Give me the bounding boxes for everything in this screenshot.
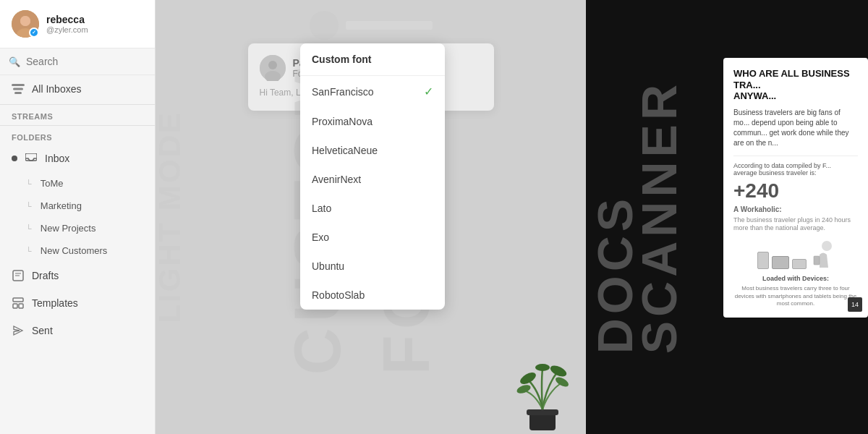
sub-arrow-icon4: └ [26, 247, 32, 255]
svg-rect-11 [19, 304, 23, 308]
profile-area[interactable]: rebecca @zyler.com [0, 0, 155, 48]
nav-inbox[interactable]: Inbox [0, 145, 155, 172]
article-title: WHO ARE ALL BUSINESS TRA...ANYWA... [733, 68, 858, 102]
search-icon: 🔍 [9, 56, 20, 67]
folders-section-label: FOLDERS [0, 127, 155, 145]
font-item-sanfrancisco[interactable]: SanFrancisco ✓ [300, 76, 445, 107]
right-panel: DOCS SCANNER WHO ARE ALL BUSINESS TRA...… [586, 0, 868, 434]
docs-scanner-labels: DOCS SCANNER [593, 0, 681, 434]
streams-section-label: STREAMS [0, 106, 155, 124]
drafts-icon [12, 269, 25, 282]
sub-item-tome[interactable]: └ ToMe [0, 172, 155, 195]
page-number: 14 [848, 297, 862, 312]
font-item-exo[interactable]: Exo [300, 223, 445, 252]
font-name-an: AvenirNext [312, 174, 361, 185]
svg-point-13 [268, 61, 277, 69]
inbox-icon [25, 152, 38, 165]
font-name-rs: RobotoSlab [312, 289, 365, 301]
templates-label: Templates [32, 297, 78, 309]
all-inboxes-label: All Inboxes [32, 83, 81, 95]
inbox-label: Inbox [45, 153, 69, 164]
stat-source: According to data compiled by F...averag… [733, 162, 858, 176]
sent-label: Sent [32, 325, 53, 336]
loaded-title: Loaded with Devices: [733, 275, 858, 282]
nav-sent[interactable]: Sent [0, 317, 155, 344]
devices-visual [733, 240, 858, 269]
loaded-desc: Most business travelers carry three to f… [733, 285, 858, 307]
svg-rect-4 [12, 84, 25, 86]
svg-point-18 [549, 363, 569, 378]
sub-tome-label: ToMe [41, 178, 64, 189]
stat-label: A Workaholic: [733, 205, 858, 213]
font-dropdown: Custom font SanFrancisco ✓ ProximaNova H… [300, 43, 445, 310]
drafts-label: Drafts [32, 270, 59, 281]
email-avatar [260, 55, 286, 81]
nav-all-inboxes[interactable]: All Inboxes [0, 75, 155, 103]
light-mode-text: LIGHT MODE [156, 111, 187, 323]
main-content: LIGHT MODE Paula M Font change [156, 0, 586, 434]
sub-new-projects-label: New Projects [41, 223, 96, 234]
svg-point-3 [20, 16, 30, 26]
font-name-ubuntu: Ubuntu [312, 260, 344, 272]
nav-templates[interactable]: Templates [0, 289, 155, 317]
svg-rect-5 [13, 88, 23, 90]
font-item-ubuntu[interactable]: Ubuntu [300, 252, 445, 281]
templates-icon [12, 297, 25, 310]
svg-rect-7 [25, 153, 37, 161]
svg-point-17 [519, 370, 538, 386]
search-input[interactable] [26, 56, 146, 67]
sub-item-marketing[interactable]: └ Marketing [0, 195, 155, 217]
svg-point-22 [822, 241, 832, 251]
svg-rect-23 [814, 256, 820, 265]
font-item-proximanova[interactable]: ProximaNova [300, 107, 445, 136]
avatar [12, 10, 39, 38]
nav-drafts[interactable]: Drafts [0, 262, 155, 289]
stat-desc: The business traveler plugs in 240 hours… [733, 216, 858, 233]
svg-rect-6 [14, 92, 22, 94]
font-item-lato[interactable]: Lato [300, 194, 445, 223]
article-body: Business travelers are big fans of mo...… [733, 108, 858, 148]
article-card: WHO ARE ALL BUSINESS TRA...ANYWA... Busi… [723, 58, 868, 318]
font-item-helveticaneue[interactable]: HelveticaNeue [300, 136, 445, 165]
svg-rect-10 [13, 304, 17, 308]
svg-point-21 [535, 364, 550, 371]
font-item-robotoslab[interactable]: RobotoSlab [300, 281, 445, 310]
font-item-avenirnext[interactable]: AvenirNext [300, 165, 445, 194]
font-name-hn: HelveticaNeue [312, 145, 378, 156]
svg-rect-9 [13, 298, 23, 302]
dropdown-header: Custom font [300, 43, 445, 76]
profile-info: rebecca @zyler.com [46, 14, 88, 34]
font-name-exo: Exo [312, 231, 329, 243]
font-name-sf: SanFrancisco [312, 86, 374, 98]
selected-checkmark: ✓ [424, 85, 433, 98]
sub-marketing-label: Marketing [41, 200, 82, 211]
verified-badge [29, 27, 39, 38]
profile-handle: @zyler.com [46, 25, 88, 34]
stat-number: +240 [733, 179, 858, 203]
sidebar: rebecca @zyler.com 🔍 All Inboxes STREAMS [0, 0, 156, 434]
sub-arrow-icon3: └ [26, 224, 32, 233]
profile-name: rebecca [46, 14, 88, 25]
inbox-dot [12, 156, 17, 161]
font-name-lato: Lato [312, 203, 331, 214]
light-mode-watermark: LIGHT MODE [156, 0, 184, 434]
sub-item-new-projects[interactable]: └ New Projects [0, 217, 155, 239]
svg-rect-16 [527, 409, 558, 415]
sub-arrow-icon: └ [26, 179, 32, 188]
sub-item-new-customers[interactable]: └ New Customers [0, 239, 155, 262]
search-bar[interactable]: 🔍 [0, 48, 155, 75]
sub-arrow-icon2: └ [26, 202, 32, 210]
sent-icon [12, 324, 25, 337]
nav-section: All Inboxes STREAMS FOLDERS Inbox └ ToMe [0, 75, 155, 434]
inbox-all-icon [12, 82, 25, 95]
docs-text: DOCS SCANNER [593, 80, 681, 354]
sub-new-customers-label: New Customers [41, 245, 107, 256]
font-name-pn: ProximaNova [312, 116, 373, 127]
plant-decoration [514, 340, 571, 434]
